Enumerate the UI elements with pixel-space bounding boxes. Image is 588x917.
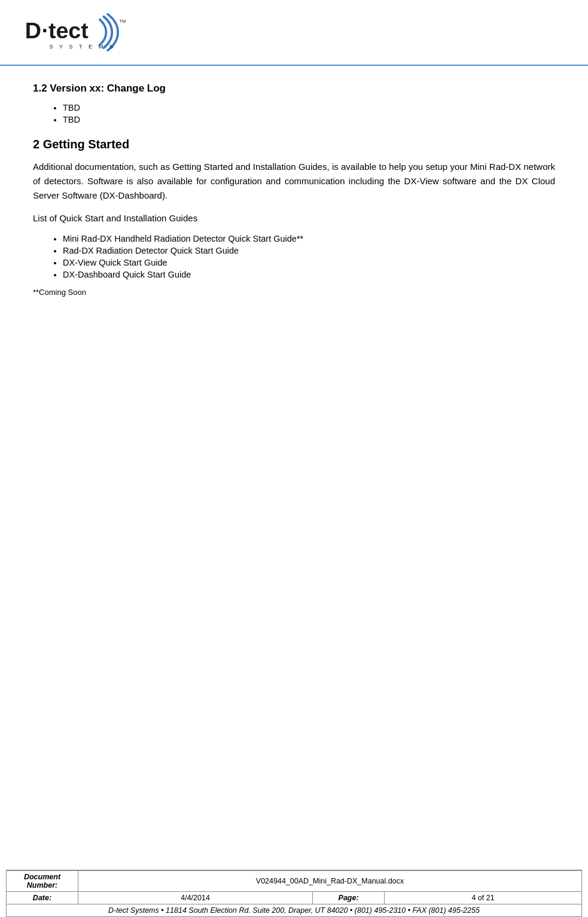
dtect-logo: D · tect TM S Y S T E M S <box>24 11 132 59</box>
section-2-bullets: Mini Rad-DX Handheld Radiation Detector … <box>63 234 555 279</box>
section-2-heading: 2 Getting Started <box>33 138 555 151</box>
doc-number-value: V024944_00AD_Mini_Rad-DX_Manual.docx <box>78 871 582 892</box>
svg-text:S Y S T E M S: S Y S T E M S <box>50 44 116 50</box>
page-label: Page: <box>313 892 385 904</box>
svg-text:TM: TM <box>120 19 126 24</box>
section-2: 2 Getting Started Additional documentati… <box>33 138 555 297</box>
bullet-item: Mini Rad-DX Handheld Radiation Detector … <box>63 234 555 243</box>
svg-text:D: D <box>25 18 41 43</box>
page-header: D · tect TM S Y S T E M S <box>0 0 588 66</box>
doc-number-label: Document Number: <box>7 871 78 892</box>
bullet-item: DX-Dashboard Quick Start Guide <box>63 270 555 279</box>
footer-table: Document Number: V024944_00AD_Mini_Rad-D… <box>6 870 582 917</box>
bullet-item: TBD <box>63 103 555 112</box>
date-label: Date: <box>7 892 78 904</box>
date-value: 4/4/2014 <box>78 892 313 904</box>
bullet-item: TBD <box>63 115 555 124</box>
svg-text:·: · <box>41 18 47 43</box>
bullet-item: DX-View Quick Start Guide <box>63 258 555 267</box>
section-12: 1.2 Version xx: Change Log TBD TBD <box>33 83 555 124</box>
footer-date-page-row: Date: 4/4/2014 Page: 4 of 21 <box>7 892 582 904</box>
footer-address: D-tect Systems • 11814 South Election Rd… <box>7 904 582 917</box>
section-2-para1: Additional documentation, such as Gettin… <box>33 160 555 203</box>
section-12-bullets: TBD TBD <box>63 103 555 124</box>
page-footer: Document Number: V024944_00AD_Mini_Rad-D… <box>6 870 582 917</box>
coming-soon-note: **Coming Soon <box>33 288 555 297</box>
main-content: 1.2 Version xx: Change Log TBD TBD 2 Get… <box>0 66 588 870</box>
section-12-heading: 1.2 Version xx: Change Log <box>33 83 555 95</box>
logo-container: D · tect TM S Y S T E M S <box>24 11 564 59</box>
page-value: 4 of 21 <box>385 892 582 904</box>
footer-doc-row: Document Number: V024944_00AD_Mini_Rad-D… <box>7 871 582 892</box>
footer-address-row: D-tect Systems • 11814 South Election Rd… <box>7 904 582 917</box>
page-wrapper: D · tect TM S Y S T E M S 1.2 Version xx… <box>0 0 588 917</box>
section-2-list-intro: List of Quick Start and Installation Gui… <box>33 211 555 226</box>
bullet-item: Rad-DX Radiation Detector Quick Start Gu… <box>63 246 555 255</box>
svg-text:tect: tect <box>48 18 89 43</box>
